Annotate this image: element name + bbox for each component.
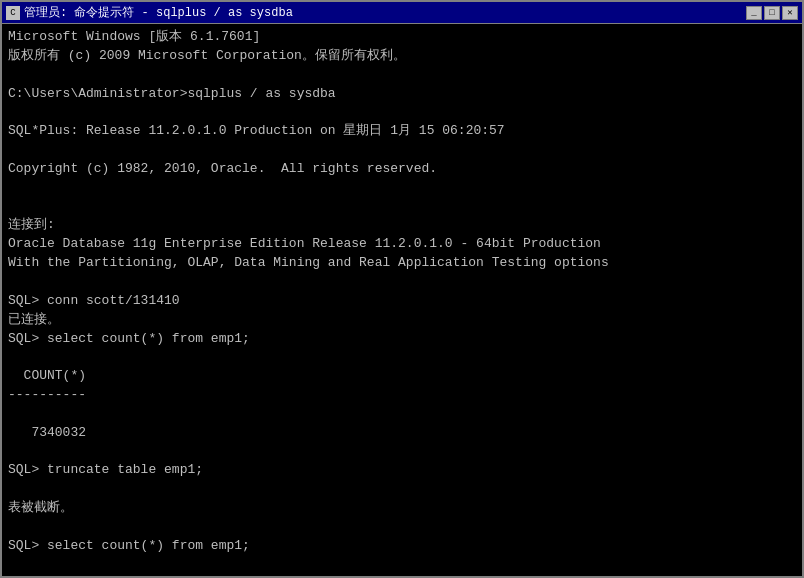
- terminal-line: [8, 103, 796, 122]
- terminal-line: 版权所有 (c) 2009 Microsoft Corporation。保留所有…: [8, 47, 796, 66]
- terminal-line: With the Partitioning, OLAP, Data Mining…: [8, 254, 796, 273]
- terminal-line: COUNT(*): [8, 574, 796, 576]
- terminal-line: SQL*Plus: Release 11.2.0.1.0 Production …: [8, 122, 796, 141]
- title-buttons: _ □ ✕: [746, 6, 798, 20]
- title-text: 管理员: 命令提示符 - sqlplus / as sysdba: [24, 4, 293, 21]
- terminal-line: [8, 66, 796, 85]
- terminal-line: 已连接。: [8, 311, 796, 330]
- terminal-line: SQL> truncate table emp1;: [8, 461, 796, 480]
- close-button[interactable]: ✕: [782, 6, 798, 20]
- terminal-line: [8, 480, 796, 499]
- title-bar-left: C 管理员: 命令提示符 - sqlplus / as sysdba: [6, 4, 293, 21]
- terminal-line: [8, 198, 796, 217]
- terminal-line: COUNT(*): [8, 367, 796, 386]
- terminal-line: [8, 556, 796, 575]
- terminal-line: Copyright (c) 1982, 2010, Oracle. All ri…: [8, 160, 796, 179]
- terminal-line: [8, 179, 796, 198]
- terminal-line: 7340032: [8, 424, 796, 443]
- terminal-line: C:\Users\Administrator>sqlplus / as sysd…: [8, 85, 796, 104]
- terminal-line: [8, 348, 796, 367]
- terminal-line: 表被截断。: [8, 499, 796, 518]
- terminal-line: [8, 443, 796, 462]
- terminal-line: Microsoft Windows [版本 6.1.7601]: [8, 28, 796, 47]
- title-bar: C 管理员: 命令提示符 - sqlplus / as sysdba _ □ ✕: [2, 2, 802, 24]
- terminal-line: SQL> conn scott/131410: [8, 292, 796, 311]
- terminal-line: [8, 518, 796, 537]
- terminal-output[interactable]: Microsoft Windows [版本 6.1.7601]版权所有 (c) …: [2, 24, 802, 576]
- terminal-line: [8, 273, 796, 292]
- terminal-line: [8, 405, 796, 424]
- window-icon: C: [6, 6, 20, 20]
- terminal-line: [8, 141, 796, 160]
- terminal-line: Oracle Database 11g Enterprise Edition R…: [8, 235, 796, 254]
- terminal-line: SQL> select count(*) from emp1;: [8, 330, 796, 349]
- maximize-button[interactable]: □: [764, 6, 780, 20]
- terminal-line: 连接到:: [8, 216, 796, 235]
- terminal-line: SQL> select count(*) from emp1;: [8, 537, 796, 556]
- minimize-button[interactable]: _: [746, 6, 762, 20]
- terminal-line: ----------: [8, 386, 796, 405]
- window: C 管理员: 命令提示符 - sqlplus / as sysdba _ □ ✕…: [0, 0, 804, 578]
